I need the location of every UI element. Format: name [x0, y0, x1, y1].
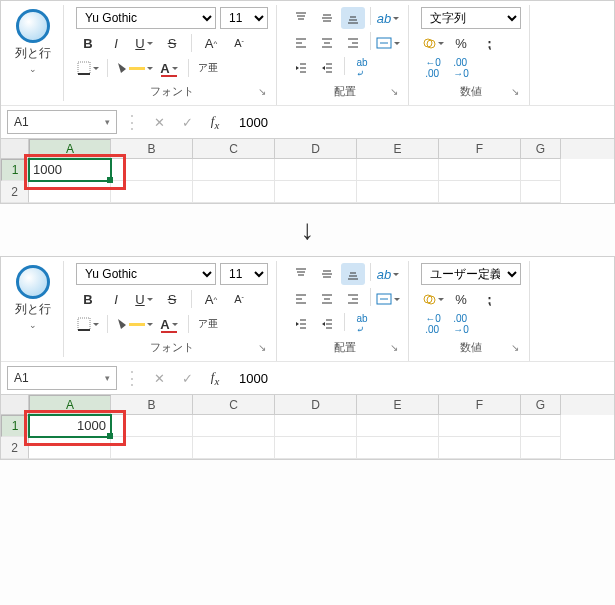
cell[interactable]	[29, 437, 111, 459]
cell[interactable]	[357, 181, 439, 203]
valign-mid-button[interactable]	[315, 263, 339, 285]
cell-a1[interactable]: 1000	[29, 159, 111, 181]
col-header[interactable]: D	[275, 139, 357, 159]
font-dialog-launcher[interactable]: ↘	[258, 86, 266, 97]
col-header[interactable]: D	[275, 395, 357, 415]
fx-icon[interactable]: fx	[203, 111, 227, 133]
fill-color-button[interactable]	[115, 313, 153, 335]
cell[interactable]	[193, 437, 275, 459]
cell[interactable]	[275, 181, 357, 203]
outdent-button[interactable]	[289, 57, 313, 79]
inc-decimal-button[interactable]: ←0.00	[421, 313, 445, 335]
col-header[interactable]: F	[439, 395, 521, 415]
italic-button[interactable]: I	[104, 32, 128, 54]
cell[interactable]	[275, 159, 357, 181]
grow-font-button[interactable]: A^	[199, 32, 223, 54]
comma-button[interactable]: ⁏	[477, 32, 501, 54]
valign-top-button[interactable]	[289, 7, 313, 29]
cell[interactable]	[439, 181, 521, 203]
cell[interactable]	[357, 437, 439, 459]
cell[interactable]	[439, 415, 521, 437]
cell[interactable]	[521, 159, 561, 181]
cell[interactable]	[275, 437, 357, 459]
cell[interactable]	[357, 415, 439, 437]
shrink-font-button[interactable]: Aˇ	[227, 32, 251, 54]
cell[interactable]	[111, 415, 193, 437]
font-name-select[interactable]: Yu Gothic	[76, 263, 216, 285]
col-header[interactable]: B	[111, 139, 193, 159]
rowcol-button[interactable]: 列と行 ⌄	[9, 7, 57, 76]
align-right-button[interactable]	[341, 288, 365, 310]
cell[interactable]	[29, 181, 111, 203]
cell-a1[interactable]: 1000	[29, 415, 111, 437]
confirm-icon[interactable]: ✓	[175, 367, 199, 389]
inc-decimal-button[interactable]: ←0.00	[421, 57, 445, 79]
align-center-button[interactable]	[315, 288, 339, 310]
cell[interactable]	[111, 437, 193, 459]
col-header[interactable]: C	[193, 139, 275, 159]
comma-button[interactable]: ⁏	[477, 288, 501, 310]
currency-button[interactable]	[421, 288, 445, 310]
orientation-button[interactable]: ab	[376, 7, 400, 29]
underline-button[interactable]: U	[132, 288, 156, 310]
fill-color-button[interactable]	[115, 57, 153, 79]
name-box[interactable]: A1▾	[7, 110, 117, 134]
orientation-button[interactable]: ab	[376, 263, 400, 285]
rowcol-button[interactable]: 列と行 ⌄	[9, 263, 57, 332]
valign-bot-button[interactable]	[341, 7, 365, 29]
cell[interactable]	[521, 415, 561, 437]
cell[interactable]	[193, 159, 275, 181]
valign-bot-button[interactable]	[341, 263, 365, 285]
font-dialog-launcher[interactable]: ↘	[258, 342, 266, 353]
cell[interactable]	[521, 181, 561, 203]
merge-button[interactable]	[376, 288, 400, 310]
cell[interactable]	[193, 415, 275, 437]
underline-button[interactable]: U	[132, 32, 156, 54]
col-header[interactable]: B	[111, 395, 193, 415]
indent-button[interactable]	[315, 313, 339, 335]
shrink-font-button[interactable]: Aˇ	[227, 288, 251, 310]
cell[interactable]	[439, 159, 521, 181]
valign-mid-button[interactable]	[315, 7, 339, 29]
wrap-button[interactable]: ab⤶	[350, 313, 374, 335]
borders-button[interactable]	[76, 57, 100, 79]
align-center-button[interactable]	[315, 32, 339, 54]
italic-button[interactable]: I	[104, 288, 128, 310]
strike-button[interactable]: S	[160, 32, 184, 54]
cell[interactable]	[275, 415, 357, 437]
percent-button[interactable]: %	[449, 288, 473, 310]
font-color-button[interactable]: A	[157, 313, 181, 335]
col-header[interactable]: E	[357, 395, 439, 415]
strike-button[interactable]: S	[160, 288, 184, 310]
select-all-corner[interactable]	[1, 395, 29, 415]
wrap-button[interactable]: ab⤶	[350, 57, 374, 79]
align-dialog-launcher[interactable]: ↘	[390, 342, 398, 353]
font-color-button[interactable]: A	[157, 57, 181, 79]
align-dialog-launcher[interactable]: ↘	[390, 86, 398, 97]
col-header[interactable]: A	[29, 139, 111, 159]
number-dialog-launcher[interactable]: ↘	[511, 86, 519, 97]
ruby-button[interactable]: ア亜	[196, 313, 220, 335]
col-header[interactable]: C	[193, 395, 275, 415]
bold-button[interactable]: B	[76, 32, 100, 54]
cell[interactable]	[439, 437, 521, 459]
col-header[interactable]: G	[521, 139, 561, 159]
merge-button[interactable]	[376, 32, 400, 54]
cell[interactable]	[357, 159, 439, 181]
row-header[interactable]: 2	[1, 437, 29, 459]
col-header[interactable]: F	[439, 139, 521, 159]
row-header[interactable]: 2	[1, 181, 29, 203]
cell[interactable]	[193, 181, 275, 203]
row-header[interactable]: 1	[1, 415, 29, 437]
font-size-select[interactable]: 11	[220, 7, 268, 29]
font-name-select[interactable]: Yu Gothic	[76, 7, 216, 29]
align-left-button[interactable]	[289, 32, 313, 54]
currency-button[interactable]	[421, 32, 445, 54]
bold-button[interactable]: B	[76, 288, 100, 310]
dec-decimal-button[interactable]: .00→0	[449, 313, 473, 335]
cell[interactable]	[111, 159, 193, 181]
ruby-button[interactable]: ア亜	[196, 57, 220, 79]
col-header[interactable]: E	[357, 139, 439, 159]
col-header[interactable]: G	[521, 395, 561, 415]
cell[interactable]	[521, 437, 561, 459]
